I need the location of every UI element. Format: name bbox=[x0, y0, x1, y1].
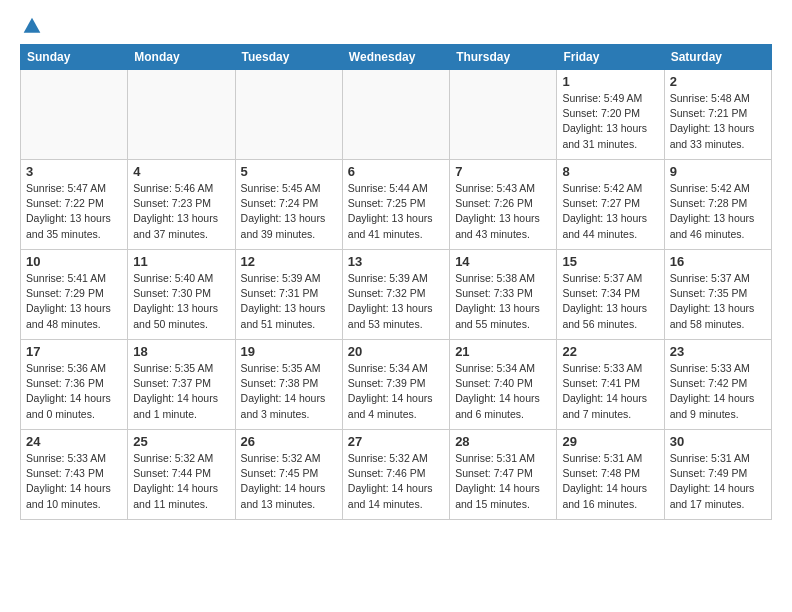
day-info: Sunrise: 5:45 AMSunset: 7:24 PMDaylight:… bbox=[241, 181, 337, 242]
day-info: Sunrise: 5:47 AMSunset: 7:22 PMDaylight:… bbox=[26, 181, 122, 242]
weekday-header-wednesday: Wednesday bbox=[342, 45, 449, 70]
calendar-cell: 18Sunrise: 5:35 AMSunset: 7:37 PMDayligh… bbox=[128, 340, 235, 430]
day-info: Sunrise: 5:31 AMSunset: 7:49 PMDaylight:… bbox=[670, 451, 766, 512]
calendar-cell: 17Sunrise: 5:36 AMSunset: 7:36 PMDayligh… bbox=[21, 340, 128, 430]
day-info: Sunrise: 5:35 AMSunset: 7:38 PMDaylight:… bbox=[241, 361, 337, 422]
day-number: 20 bbox=[348, 344, 444, 359]
calendar-cell: 28Sunrise: 5:31 AMSunset: 7:47 PMDayligh… bbox=[450, 430, 557, 520]
day-info: Sunrise: 5:31 AMSunset: 7:48 PMDaylight:… bbox=[562, 451, 658, 512]
day-number: 30 bbox=[670, 434, 766, 449]
day-info: Sunrise: 5:49 AMSunset: 7:20 PMDaylight:… bbox=[562, 91, 658, 152]
day-info: Sunrise: 5:31 AMSunset: 7:47 PMDaylight:… bbox=[455, 451, 551, 512]
calendar-cell: 30Sunrise: 5:31 AMSunset: 7:49 PMDayligh… bbox=[664, 430, 771, 520]
weekday-header-thursday: Thursday bbox=[450, 45, 557, 70]
calendar-cell: 12Sunrise: 5:39 AMSunset: 7:31 PMDayligh… bbox=[235, 250, 342, 340]
calendar-cell: 2Sunrise: 5:48 AMSunset: 7:21 PMDaylight… bbox=[664, 70, 771, 160]
weekday-header-monday: Monday bbox=[128, 45, 235, 70]
calendar-cell bbox=[235, 70, 342, 160]
day-number: 5 bbox=[241, 164, 337, 179]
calendar-cell: 23Sunrise: 5:33 AMSunset: 7:42 PMDayligh… bbox=[664, 340, 771, 430]
day-info: Sunrise: 5:43 AMSunset: 7:26 PMDaylight:… bbox=[455, 181, 551, 242]
day-number: 18 bbox=[133, 344, 229, 359]
calendar-cell: 16Sunrise: 5:37 AMSunset: 7:35 PMDayligh… bbox=[664, 250, 771, 340]
calendar-cell bbox=[450, 70, 557, 160]
calendar-cell bbox=[342, 70, 449, 160]
day-number: 6 bbox=[348, 164, 444, 179]
day-number: 1 bbox=[562, 74, 658, 89]
calendar-cell: 10Sunrise: 5:41 AMSunset: 7:29 PMDayligh… bbox=[21, 250, 128, 340]
calendar-cell: 26Sunrise: 5:32 AMSunset: 7:45 PMDayligh… bbox=[235, 430, 342, 520]
day-info: Sunrise: 5:36 AMSunset: 7:36 PMDaylight:… bbox=[26, 361, 122, 422]
calendar-cell: 7Sunrise: 5:43 AMSunset: 7:26 PMDaylight… bbox=[450, 160, 557, 250]
calendar-cell: 3Sunrise: 5:47 AMSunset: 7:22 PMDaylight… bbox=[21, 160, 128, 250]
day-number: 22 bbox=[562, 344, 658, 359]
calendar-cell: 8Sunrise: 5:42 AMSunset: 7:27 PMDaylight… bbox=[557, 160, 664, 250]
day-info: Sunrise: 5:38 AMSunset: 7:33 PMDaylight:… bbox=[455, 271, 551, 332]
week-row-0: 1Sunrise: 5:49 AMSunset: 7:20 PMDaylight… bbox=[21, 70, 772, 160]
day-number: 21 bbox=[455, 344, 551, 359]
weekday-header-tuesday: Tuesday bbox=[235, 45, 342, 70]
calendar-cell: 9Sunrise: 5:42 AMSunset: 7:28 PMDaylight… bbox=[664, 160, 771, 250]
calendar-cell: 11Sunrise: 5:40 AMSunset: 7:30 PMDayligh… bbox=[128, 250, 235, 340]
week-row-4: 24Sunrise: 5:33 AMSunset: 7:43 PMDayligh… bbox=[21, 430, 772, 520]
week-row-3: 17Sunrise: 5:36 AMSunset: 7:36 PMDayligh… bbox=[21, 340, 772, 430]
day-number: 12 bbox=[241, 254, 337, 269]
day-info: Sunrise: 5:48 AMSunset: 7:21 PMDaylight:… bbox=[670, 91, 766, 152]
day-info: Sunrise: 5:32 AMSunset: 7:46 PMDaylight:… bbox=[348, 451, 444, 512]
calendar-cell: 19Sunrise: 5:35 AMSunset: 7:38 PMDayligh… bbox=[235, 340, 342, 430]
day-number: 7 bbox=[455, 164, 551, 179]
day-number: 29 bbox=[562, 434, 658, 449]
day-number: 24 bbox=[26, 434, 122, 449]
calendar-cell: 21Sunrise: 5:34 AMSunset: 7:40 PMDayligh… bbox=[450, 340, 557, 430]
day-number: 19 bbox=[241, 344, 337, 359]
day-info: Sunrise: 5:42 AMSunset: 7:28 PMDaylight:… bbox=[670, 181, 766, 242]
calendar-cell: 22Sunrise: 5:33 AMSunset: 7:41 PMDayligh… bbox=[557, 340, 664, 430]
day-info: Sunrise: 5:37 AMSunset: 7:35 PMDaylight:… bbox=[670, 271, 766, 332]
day-info: Sunrise: 5:32 AMSunset: 7:44 PMDaylight:… bbox=[133, 451, 229, 512]
day-number: 17 bbox=[26, 344, 122, 359]
day-info: Sunrise: 5:32 AMSunset: 7:45 PMDaylight:… bbox=[241, 451, 337, 512]
logo-icon bbox=[22, 16, 42, 36]
day-number: 25 bbox=[133, 434, 229, 449]
weekday-header-saturday: Saturday bbox=[664, 45, 771, 70]
day-info: Sunrise: 5:39 AMSunset: 7:31 PMDaylight:… bbox=[241, 271, 337, 332]
day-info: Sunrise: 5:34 AMSunset: 7:39 PMDaylight:… bbox=[348, 361, 444, 422]
day-number: 23 bbox=[670, 344, 766, 359]
calendar-cell: 14Sunrise: 5:38 AMSunset: 7:33 PMDayligh… bbox=[450, 250, 557, 340]
day-number: 16 bbox=[670, 254, 766, 269]
calendar-cell: 4Sunrise: 5:46 AMSunset: 7:23 PMDaylight… bbox=[128, 160, 235, 250]
svg-marker-0 bbox=[24, 18, 41, 33]
logo bbox=[20, 16, 42, 36]
calendar-cell: 15Sunrise: 5:37 AMSunset: 7:34 PMDayligh… bbox=[557, 250, 664, 340]
page: SundayMondayTuesdayWednesdayThursdayFrid… bbox=[0, 0, 792, 536]
day-number: 13 bbox=[348, 254, 444, 269]
calendar-table: SundayMondayTuesdayWednesdayThursdayFrid… bbox=[20, 44, 772, 520]
day-info: Sunrise: 5:44 AMSunset: 7:25 PMDaylight:… bbox=[348, 181, 444, 242]
weekday-header-row: SundayMondayTuesdayWednesdayThursdayFrid… bbox=[21, 45, 772, 70]
calendar-cell: 24Sunrise: 5:33 AMSunset: 7:43 PMDayligh… bbox=[21, 430, 128, 520]
week-row-2: 10Sunrise: 5:41 AMSunset: 7:29 PMDayligh… bbox=[21, 250, 772, 340]
day-number: 15 bbox=[562, 254, 658, 269]
header bbox=[20, 16, 772, 36]
day-number: 2 bbox=[670, 74, 766, 89]
day-info: Sunrise: 5:33 AMSunset: 7:43 PMDaylight:… bbox=[26, 451, 122, 512]
calendar-cell: 27Sunrise: 5:32 AMSunset: 7:46 PMDayligh… bbox=[342, 430, 449, 520]
day-number: 27 bbox=[348, 434, 444, 449]
day-number: 3 bbox=[26, 164, 122, 179]
calendar-cell: 1Sunrise: 5:49 AMSunset: 7:20 PMDaylight… bbox=[557, 70, 664, 160]
day-info: Sunrise: 5:33 AMSunset: 7:41 PMDaylight:… bbox=[562, 361, 658, 422]
day-number: 28 bbox=[455, 434, 551, 449]
week-row-1: 3Sunrise: 5:47 AMSunset: 7:22 PMDaylight… bbox=[21, 160, 772, 250]
weekday-header-sunday: Sunday bbox=[21, 45, 128, 70]
day-info: Sunrise: 5:39 AMSunset: 7:32 PMDaylight:… bbox=[348, 271, 444, 332]
day-number: 11 bbox=[133, 254, 229, 269]
day-number: 9 bbox=[670, 164, 766, 179]
day-info: Sunrise: 5:33 AMSunset: 7:42 PMDaylight:… bbox=[670, 361, 766, 422]
day-number: 8 bbox=[562, 164, 658, 179]
calendar-cell: 5Sunrise: 5:45 AMSunset: 7:24 PMDaylight… bbox=[235, 160, 342, 250]
day-number: 10 bbox=[26, 254, 122, 269]
day-number: 14 bbox=[455, 254, 551, 269]
calendar-cell: 20Sunrise: 5:34 AMSunset: 7:39 PMDayligh… bbox=[342, 340, 449, 430]
calendar-cell: 25Sunrise: 5:32 AMSunset: 7:44 PMDayligh… bbox=[128, 430, 235, 520]
day-info: Sunrise: 5:42 AMSunset: 7:27 PMDaylight:… bbox=[562, 181, 658, 242]
